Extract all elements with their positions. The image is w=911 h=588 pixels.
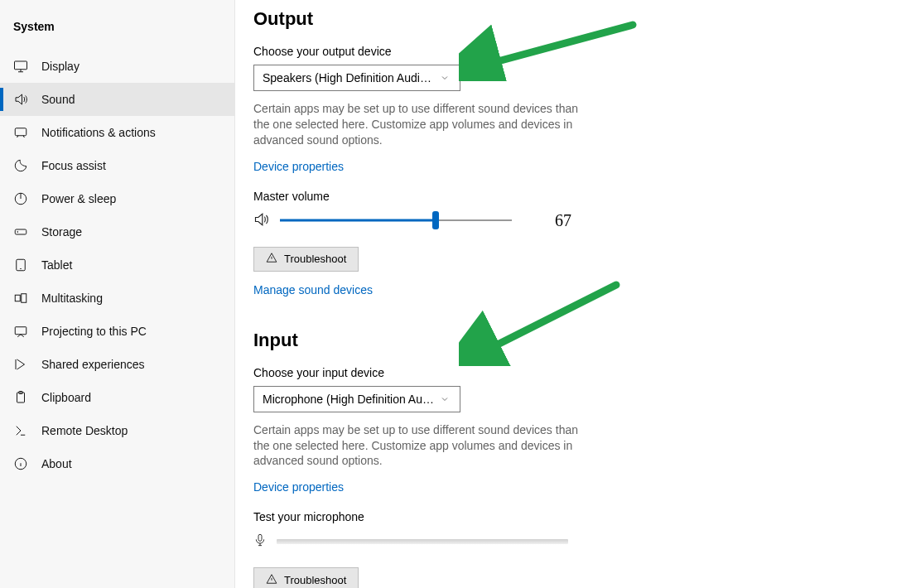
svg-rect-3 — [15, 229, 27, 234]
sidebar-item-label: About — [41, 457, 72, 470]
test-mic-label: Test your microphone — [253, 510, 893, 523]
power-icon — [13, 191, 28, 206]
sidebar-item-multitasking[interactable]: Multitasking — [0, 282, 234, 315]
output-troubleshoot-button[interactable]: Troubleshoot — [253, 247, 359, 272]
input-device-label: Choose your input device — [253, 366, 893, 379]
svg-rect-12 — [258, 535, 262, 542]
shared-icon — [13, 357, 28, 372]
sidebar-item-label: Projecting to this PC — [41, 325, 147, 338]
input-help-text: Certain apps may be set up to use differ… — [253, 422, 581, 470]
mic-level-bar — [277, 539, 568, 544]
input-troubleshoot-button[interactable]: Troubleshoot — [253, 567, 359, 588]
sidebar-item-label: Remote Desktop — [41, 424, 128, 437]
sidebar-item-focus-assist[interactable]: Focus assist — [0, 149, 234, 182]
input-device-combobox[interactable]: Microphone (High Definition Audio... — [253, 386, 460, 412]
input-heading: Input — [253, 330, 893, 351]
sidebar-nav: Display Sound Notifications & actions Fo… — [0, 50, 234, 480]
sidebar-item-label: Tablet — [41, 258, 72, 272]
volume-icon — [253, 211, 270, 230]
project-icon — [13, 324, 28, 339]
sidebar-item-label: Storage — [41, 225, 82, 239]
sidebar-item-shared-experiences[interactable]: Shared experiences — [0, 348, 234, 381]
output-device-value: Speakers (High Definition Audio Dev... — [263, 71, 440, 84]
input-troubleshoot-label: Troubleshoot — [284, 574, 346, 586]
sidebar: System Display Sound Notifications & act… — [0, 0, 235, 588]
output-device-properties-link[interactable]: Device properties — [253, 160, 344, 173]
sound-icon — [13, 92, 28, 107]
sidebar-item-remote-desktop[interactable]: Remote Desktop — [0, 414, 234, 447]
svg-rect-7 — [22, 294, 27, 303]
output-device-label: Choose your output device — [253, 45, 893, 58]
chevron-down-icon — [440, 394, 451, 404]
svg-rect-8 — [15, 327, 27, 335]
sidebar-item-storage[interactable]: Storage — [0, 215, 234, 248]
sidebar-item-label: Focus assist — [41, 159, 106, 172]
svg-point-4 — [17, 232, 18, 233]
mic-test-row — [253, 532, 893, 551]
output-help-text: Certain apps may be set up to use differ… — [253, 101, 581, 148]
master-volume-value: 67 — [555, 211, 571, 230]
chevron-down-icon — [440, 73, 451, 83]
main-content: Output Choose your output device Speaker… — [235, 0, 911, 588]
sidebar-item-clipboard[interactable]: Clipboard — [0, 381, 234, 414]
svg-rect-1 — [15, 128, 27, 136]
sidebar-item-label: Power & sleep — [41, 192, 116, 205]
about-icon — [13, 456, 28, 471]
output-troubleshoot-label: Troubleshoot — [284, 253, 346, 265]
master-volume-row: 67 — [253, 211, 893, 230]
remote-icon — [13, 423, 28, 438]
notifications-icon — [13, 125, 28, 140]
sidebar-item-label: Display — [41, 60, 80, 73]
multitask-icon — [13, 291, 28, 306]
sidebar-item-label: Shared experiences — [41, 358, 145, 371]
sidebar-item-projecting[interactable]: Projecting to this PC — [0, 315, 234, 348]
master-volume-label: Master volume — [253, 190, 893, 203]
tablet-icon — [13, 258, 28, 272]
sidebar-title: System — [0, 15, 234, 50]
sidebar-item-label: Notifications & actions — [41, 126, 156, 139]
moon-icon — [13, 158, 28, 173]
input-device-value: Microphone (High Definition Audio... — [263, 393, 440, 406]
display-icon — [13, 59, 28, 74]
output-manage-devices-link[interactable]: Manage sound devices — [253, 283, 373, 296]
input-device-properties-link[interactable]: Device properties — [253, 480, 344, 494]
microphone-icon — [253, 532, 267, 551]
warning-icon — [266, 252, 277, 266]
sidebar-item-label: Multitasking — [41, 292, 103, 305]
output-heading: Output — [253, 8, 893, 30]
sidebar-item-sound[interactable]: Sound — [0, 83, 234, 116]
sidebar-item-tablet[interactable]: Tablet — [0, 248, 234, 282]
master-volume-slider[interactable] — [280, 212, 512, 229]
sidebar-item-power-sleep[interactable]: Power & sleep — [0, 182, 234, 215]
sidebar-item-display[interactable]: Display — [0, 50, 234, 83]
sidebar-item-label: Clipboard — [41, 391, 91, 404]
sidebar-item-label: Sound — [41, 93, 75, 106]
clipboard-icon — [13, 390, 28, 405]
output-device-combobox[interactable]: Speakers (High Definition Audio Dev... — [253, 65, 460, 91]
sidebar-item-about[interactable]: About — [0, 447, 234, 480]
storage-icon — [13, 224, 28, 239]
svg-rect-0 — [15, 61, 27, 70]
svg-rect-6 — [15, 295, 20, 301]
warning-icon — [266, 573, 277, 587]
sidebar-item-notifications[interactable]: Notifications & actions — [0, 116, 234, 149]
